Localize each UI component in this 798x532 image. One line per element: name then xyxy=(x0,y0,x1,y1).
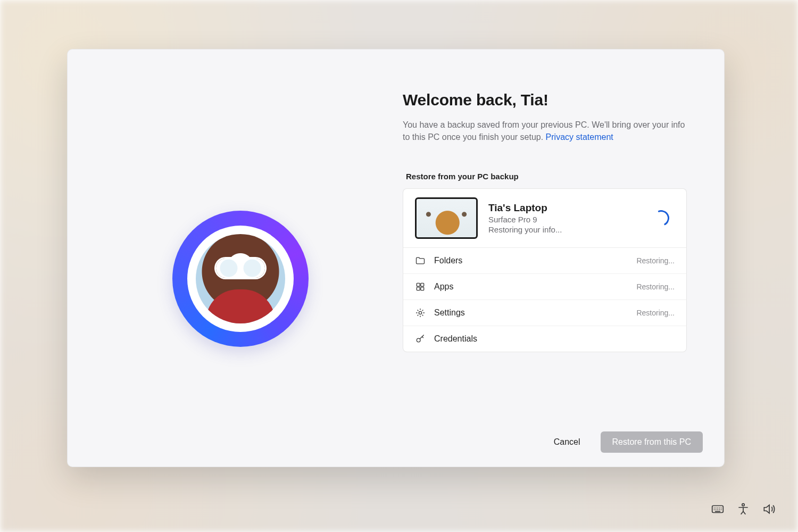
folder-icon xyxy=(415,255,426,266)
keyboard-icon[interactable] xyxy=(711,502,725,516)
svg-point-5 xyxy=(417,339,420,343)
row-status: Restoring... xyxy=(636,282,675,291)
settings-icon xyxy=(415,307,426,318)
loading-spinner-icon xyxy=(651,208,671,228)
cancel-button[interactable]: Cancel xyxy=(548,433,586,451)
device-name: Tia's Laptop xyxy=(488,202,643,214)
svg-rect-0 xyxy=(417,284,420,287)
accessibility-icon[interactable] xyxy=(736,502,750,516)
hero-column xyxy=(99,81,381,418)
row-label: Credentials xyxy=(434,334,666,344)
oobe-window: Welcome back, Tia! You have a backup sav… xyxy=(67,49,725,467)
section-label: Restore from your PC backup xyxy=(403,172,687,181)
avatar-ring xyxy=(172,211,309,347)
system-tray xyxy=(711,502,776,516)
privacy-statement-link[interactable]: Privacy statement xyxy=(546,132,613,142)
restore-row-credentials: Credentials xyxy=(403,326,686,352)
device-status: Restoring your info... xyxy=(488,225,643,234)
restore-button[interactable]: Restore from this PC xyxy=(601,431,703,453)
subtext-body: You have a backup saved from your previo… xyxy=(403,120,685,142)
svg-point-4 xyxy=(419,312,421,314)
row-label: Folders xyxy=(434,256,628,265)
svg-rect-2 xyxy=(417,287,420,290)
restore-row-folders: Folders Restoring... xyxy=(403,248,686,274)
page-subtext: You have a backup saved from your previo… xyxy=(403,119,687,143)
key-icon xyxy=(415,334,426,344)
device-model: Surface Pro 9 xyxy=(488,215,643,224)
row-label: Settings xyxy=(434,308,628,318)
avatar-photo xyxy=(196,234,285,323)
row-status: Restoring... xyxy=(636,256,675,265)
svg-point-7 xyxy=(742,504,744,506)
device-thumbnail xyxy=(415,197,478,239)
dialog-footer: Cancel Restore from this PC xyxy=(68,418,724,467)
svg-rect-1 xyxy=(421,284,424,287)
backup-device-header: Tia's Laptop Surface Pro 9 Restoring you… xyxy=(403,189,686,248)
svg-rect-3 xyxy=(421,287,424,290)
restore-row-apps: Apps Restoring... xyxy=(403,274,686,300)
backup-card: Tia's Laptop Surface Pro 9 Restoring you… xyxy=(403,188,687,352)
row-status: Restoring... xyxy=(636,309,675,317)
restore-row-settings: Settings Restoring... xyxy=(403,300,686,326)
apps-icon xyxy=(415,281,426,292)
row-label: Apps xyxy=(434,282,628,292)
page-heading: Welcome back, Tia! xyxy=(403,91,687,109)
volume-icon[interactable] xyxy=(762,502,776,516)
